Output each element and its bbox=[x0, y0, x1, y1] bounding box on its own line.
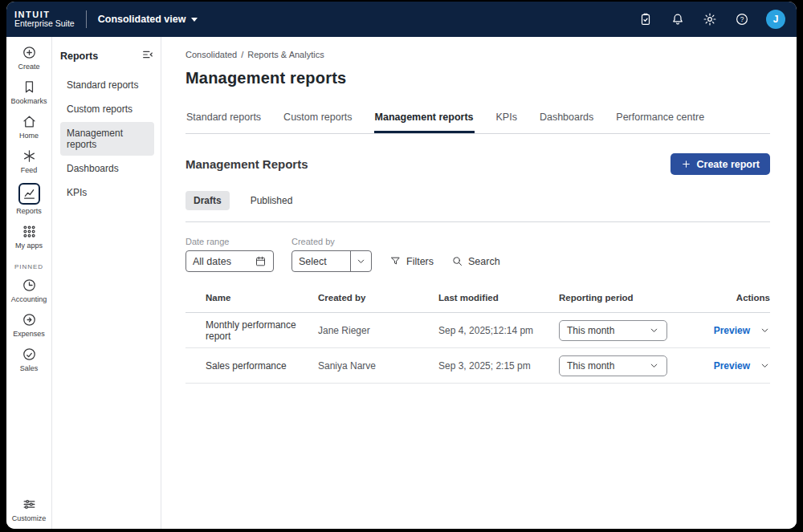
create-report-label: Create report bbox=[697, 159, 760, 170]
create-report-button[interactable]: Create report bbox=[671, 153, 771, 175]
row-actions-chevron-icon[interactable] bbox=[760, 325, 770, 335]
sidebar-item-management-reports[interactable]: Management reports bbox=[60, 122, 154, 156]
rail-item-feed[interactable]: Feed bbox=[6, 148, 51, 174]
chevron-down-icon bbox=[350, 251, 371, 271]
app-window: INTUIT Enterprise Suite Consolidated vie… bbox=[6, 2, 797, 529]
breadcrumb-consolidated[interactable]: Consolidated bbox=[185, 50, 237, 59]
user-avatar[interactable]: J bbox=[766, 10, 785, 29]
breadcrumb: Consolidated / Reports & Analytics bbox=[185, 50, 770, 59]
reports-table: Name Created by Last modified Reporting … bbox=[185, 293, 770, 384]
reporting-period-value: This month bbox=[567, 360, 614, 372]
rail-item-customize[interactable]: Customize bbox=[6, 497, 51, 522]
rail-item-accounting[interactable]: Accounting bbox=[6, 278, 51, 303]
tasks-icon[interactable] bbox=[638, 11, 654, 27]
sidebar-item-standard-reports[interactable]: Standard reports bbox=[60, 74, 154, 96]
chip-published[interactable]: Published bbox=[243, 191, 301, 210]
rail-item-bookmarks[interactable]: Bookmarks bbox=[6, 79, 51, 105]
rail-item-create[interactable]: Create bbox=[6, 45, 51, 71]
tab-standard-reports[interactable]: Standard reports bbox=[185, 107, 262, 133]
reporting-period-value: This month bbox=[567, 325, 614, 336]
rail-item-expenses[interactable]: Expenses bbox=[6, 312, 51, 338]
section-divider bbox=[185, 221, 770, 222]
rail-label-sales: Sales bbox=[20, 364, 39, 372]
date-range-input[interactable]: All dates bbox=[185, 250, 274, 272]
chevron-down-icon bbox=[649, 325, 659, 335]
rail-label-feed: Feed bbox=[21, 166, 38, 174]
column-last-modified: Last modified bbox=[438, 293, 559, 303]
tab-management-reports[interactable]: Management reports bbox=[374, 107, 475, 133]
sidebar-item-dashboards[interactable]: Dashboards bbox=[60, 157, 154, 180]
plus-icon bbox=[681, 159, 691, 169]
date-range-value: All dates bbox=[193, 256, 231, 267]
rail-label-bookmarks: Bookmarks bbox=[10, 97, 47, 105]
notifications-bell-icon[interactable] bbox=[670, 11, 686, 27]
breadcrumb-reports-analytics[interactable]: Reports & Analytics bbox=[247, 50, 324, 59]
created-by-value: Select bbox=[299, 256, 327, 267]
brand-line2: Enterprise Suite bbox=[14, 19, 75, 28]
expenses-app-icon bbox=[22, 312, 37, 327]
created-by-label: Created by bbox=[291, 237, 372, 246]
feed-icon bbox=[22, 148, 37, 164]
row-actions-chevron-icon[interactable] bbox=[760, 360, 770, 371]
sidebar-collapse-icon[interactable] bbox=[141, 48, 154, 64]
left-icon-rail: Create Bookmarks Home Feed Reports bbox=[6, 37, 52, 529]
search-button[interactable]: Search bbox=[451, 255, 500, 272]
report-last-modified: Sep 3, 2025; 2:15 pm bbox=[438, 360, 559, 372]
preview-link[interactable]: Preview bbox=[714, 360, 750, 372]
settings-gear-icon[interactable] bbox=[702, 11, 718, 27]
search-icon bbox=[451, 255, 463, 267]
top-navbar: INTUIT Enterprise Suite Consolidated vie… bbox=[6, 2, 797, 37]
bookmark-icon bbox=[22, 79, 37, 95]
sidebar-item-custom-reports[interactable]: Custom reports bbox=[60, 98, 154, 120]
report-name[interactable]: Monthly performance report bbox=[206, 319, 318, 342]
status-chips: Drafts Published bbox=[185, 191, 770, 210]
section-heading: Management Reports bbox=[185, 157, 308, 171]
filters-button[interactable]: Filters bbox=[389, 255, 434, 272]
view-selector[interactable]: Consolidated view bbox=[98, 14, 198, 25]
calendar-icon bbox=[255, 255, 267, 267]
report-tabs: Standard reports Custom reports Manageme… bbox=[185, 107, 770, 134]
funnel-icon bbox=[389, 255, 402, 267]
rail-item-my-apps[interactable]: My apps bbox=[6, 224, 51, 250]
rail-item-sales[interactable]: Sales bbox=[6, 347, 51, 372]
rail-item-reports[interactable]: Reports bbox=[6, 183, 51, 215]
tab-kpis[interactable]: KPIs bbox=[495, 107, 518, 133]
reporting-period-select[interactable]: This month bbox=[559, 355, 667, 376]
tab-dashboards[interactable]: Dashboards bbox=[539, 107, 594, 133]
reports-chart-icon bbox=[22, 186, 37, 201]
plus-circle-icon bbox=[22, 45, 37, 60]
filters-button-label: Filters bbox=[406, 256, 434, 267]
filter-bar: Date range All dates Created by Select bbox=[185, 237, 770, 272]
rail-label-my-apps: My apps bbox=[15, 242, 43, 250]
chevron-down-icon bbox=[649, 360, 659, 371]
tab-custom-reports[interactable]: Custom reports bbox=[283, 107, 353, 133]
chip-drafts[interactable]: Drafts bbox=[185, 191, 230, 210]
chevron-down-icon bbox=[191, 18, 198, 22]
preview-link[interactable]: Preview bbox=[714, 325, 750, 336]
rail-item-home[interactable]: Home bbox=[6, 114, 51, 140]
reports-sidebar: Reports Standard reports Custom reports … bbox=[52, 37, 161, 529]
rail-label-customize: Customize bbox=[12, 514, 47, 522]
report-name[interactable]: Sales performance bbox=[206, 360, 318, 372]
topbar-divider bbox=[86, 10, 87, 28]
column-created-by: Created by bbox=[318, 293, 438, 303]
report-last-modified: Sep 4, 2025;12:14 pm bbox=[438, 325, 559, 336]
main-content: Consolidated / Reports & Analytics Manag… bbox=[161, 37, 797, 529]
help-icon[interactable]: ? bbox=[734, 11, 750, 27]
rail-label-reports: Reports bbox=[16, 207, 42, 215]
sidebar-item-kpis[interactable]: KPIs bbox=[60, 181, 154, 204]
table-row: Sales performance Saniya Narve Sep 3, 20… bbox=[185, 348, 770, 384]
rail-label-home: Home bbox=[19, 132, 39, 140]
tab-performance-centre[interactable]: Performance centre bbox=[615, 107, 705, 133]
date-range-label: Date range bbox=[185, 237, 274, 246]
reporting-period-select[interactable]: This month bbox=[559, 320, 667, 341]
rail-label-create: Create bbox=[18, 63, 39, 71]
view-selector-label: Consolidated view bbox=[98, 14, 186, 25]
report-created-by: Jane Rieger bbox=[318, 325, 438, 336]
table-row: Monthly performance report Jane Rieger S… bbox=[185, 313, 770, 348]
sidebar-title: Reports bbox=[60, 51, 98, 62]
search-button-label: Search bbox=[468, 256, 500, 267]
report-created-by: Saniya Narve bbox=[318, 360, 438, 372]
apps-grid-icon bbox=[22, 224, 37, 239]
created-by-select[interactable]: Select bbox=[291, 250, 372, 272]
